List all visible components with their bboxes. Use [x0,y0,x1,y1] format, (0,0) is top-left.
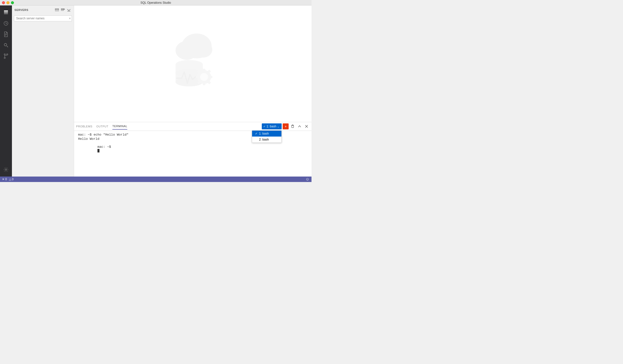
session-1-check: ✓ [255,132,258,135]
svg-rect-34 [196,76,199,78]
activity-bar [0,5,12,177]
new-server-group-button[interactable] [60,7,65,12]
search-input[interactable] [14,15,72,21]
session-2-label: 2: bash [259,138,269,141]
smiley-button[interactable]: ☺ [306,177,310,182]
session-1-label: 1: bash [259,132,269,135]
svg-rect-1 [4,12,8,13]
search-box: × [14,15,72,21]
svg-point-10 [7,54,8,55]
traffic-lights [2,1,14,4]
panel-tabs: PROBLEMS OUTPUT TERMINAL ✓ 1: bash ⌄ ✓ [74,122,312,131]
terminal-line-3: mac: ~$ [78,141,308,156]
close-icon [305,125,308,128]
terminal-session-selector[interactable]: ✓ 1: bash ⌄ ✓ 1: bash ✓ 2: bash [262,123,282,129]
warning-icon: △ [9,178,11,181]
svg-point-13 [5,169,7,170]
main-content: PROBLEMS OUTPUT TERMINAL ✓ 1: bash ⌄ ✓ [74,5,312,177]
new-server-icon [55,8,59,12]
editor-area [74,5,312,122]
terminal-dropdown: ✓ 1: bash ✓ 2: bash [252,130,282,143]
tab-terminal[interactable]: TERMINAL [112,123,127,130]
sidebar-item-settings[interactable] [1,165,11,175]
sidebar-title: SERVERS [14,8,28,11]
svg-rect-14 [55,9,59,10]
svg-rect-15 [55,10,59,11]
git-icon [3,53,8,59]
svg-rect-2 [4,14,8,14]
sidebar-header: SERVERS [12,5,74,14]
app-body: SERVERS [0,5,312,177]
sidebar-actions [54,7,71,12]
svg-line-8 [7,46,8,47]
trash-icon [291,125,294,128]
delete-terminal-button[interactable] [290,123,296,129]
tab-problems[interactable]: PROBLEMS [76,123,92,129]
sidebar: SERVERS [12,5,74,177]
status-left: ✕ 0 △ 0 [2,178,13,181]
sidebar-item-servers[interactable] [1,7,11,17]
file-icon [4,32,8,37]
svg-rect-31 [203,69,205,72]
status-bar: ✕ 0 △ 0 ☺ [0,177,312,182]
checkmark-icon: ✓ [263,125,266,128]
error-count-value: 0 [5,178,7,181]
svg-rect-0 [4,10,8,12]
svg-rect-17 [61,9,64,9]
warning-count-value: 0 [12,178,14,181]
terminal-session-1[interactable]: ✓ 1: bash [252,131,281,137]
add-icon: + [285,124,287,128]
collapse-all-button[interactable] [66,7,71,12]
sidebar-item-file[interactable] [1,29,11,39]
terminal-selected-label: 1: bash [267,125,276,128]
new-server-button[interactable] [54,7,59,12]
sidebar-item-search[interactable] [1,40,11,50]
svg-point-7 [4,43,7,46]
collapse-all-icon [67,8,71,12]
svg-point-9 [4,54,5,55]
app-title: SQL Operations Studio [140,1,171,4]
chevron-down-icon: ⌄ [277,125,279,128]
svg-point-30 [200,73,208,81]
minimize-button[interactable] [6,1,9,4]
error-icon: ✕ [2,178,4,181]
smiley-icon: ☺ [306,177,310,181]
sidebar-item-git[interactable] [1,51,11,61]
svg-point-11 [4,57,5,59]
panel: PROBLEMS OUTPUT TERMINAL ✓ 1: bash ⌄ ✓ [74,122,312,177]
history-icon [3,21,8,26]
terminal-session-2[interactable]: ✓ 2: bash [252,137,281,143]
add-terminal-button[interactable]: + [283,123,289,129]
app-watermark [161,31,225,96]
svg-rect-33 [209,76,212,78]
svg-rect-32 [203,82,205,85]
warning-count[interactable]: △ 0 [9,178,14,181]
panel-tab-actions: ✓ 1: bash ⌄ ✓ 1: bash ✓ 2: bash [262,123,310,129]
titlebar: SQL Operations Studio [0,0,312,5]
tab-output[interactable]: OUTPUT [96,123,109,129]
terminal-cursor [97,149,99,152]
svg-point-24 [193,42,212,58]
settings-icon [3,167,8,172]
servers-icon [3,10,9,15]
svg-rect-18 [61,10,64,11]
sidebar-item-history[interactable] [1,18,11,28]
chevron-up-icon [298,125,301,128]
close-button[interactable] [2,1,5,4]
maximize-button[interactable] [11,1,14,4]
search-icon [3,43,8,48]
close-panel-button[interactable] [304,123,310,129]
new-server-group-icon [61,8,65,12]
error-count[interactable]: ✕ 0 [2,178,7,181]
svg-rect-39 [292,125,294,128]
collapse-panel-button[interactable] [297,123,303,129]
search-clear-button[interactable]: × [69,16,71,20]
terminal-select-current[interactable]: ✓ 1: bash ⌄ [262,123,282,129]
